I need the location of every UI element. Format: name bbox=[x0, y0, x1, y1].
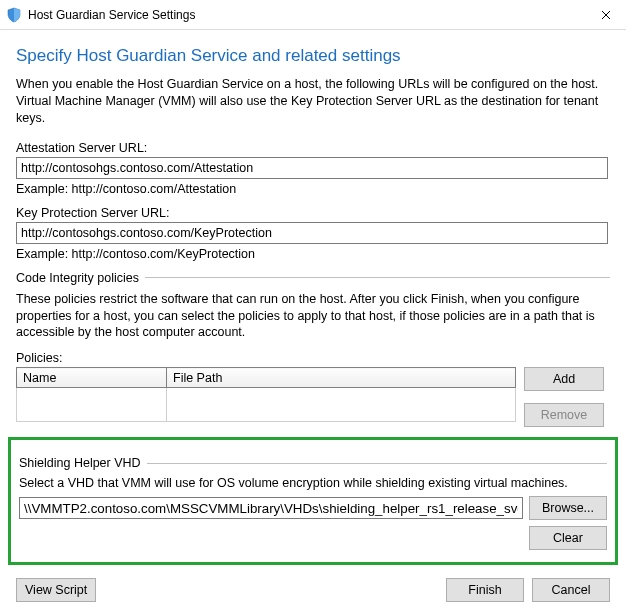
policies-label: Policies: bbox=[16, 351, 610, 365]
view-script-button[interactable]: View Script bbox=[16, 578, 96, 602]
finish-button[interactable]: Finish bbox=[446, 578, 524, 602]
shielding-vhd-input[interactable] bbox=[19, 497, 523, 519]
clear-button[interactable]: Clear bbox=[529, 526, 607, 550]
shielding-helper-section: Shielding Helper VHD Select a VHD that V… bbox=[8, 437, 618, 565]
attestation-url-example: Example: http://contoso.com/Attestation bbox=[16, 182, 610, 196]
keyprotection-url-example: Example: http://contoso.com/KeyProtectio… bbox=[16, 247, 610, 261]
shielding-description: Select a VHD that VMM will use for OS vo… bbox=[19, 476, 607, 490]
cancel-button[interactable]: Cancel bbox=[532, 578, 610, 602]
content-area: Specify Host Guardian Service and relate… bbox=[0, 30, 626, 573]
footer: View Script Finish Cancel bbox=[16, 578, 610, 602]
policies-col-name[interactable]: Name bbox=[17, 368, 167, 388]
close-button[interactable] bbox=[586, 0, 626, 30]
window-title: Host Guardian Service Settings bbox=[28, 8, 586, 22]
add-button[interactable]: Add bbox=[524, 367, 604, 391]
policies-table[interactable]: Name File Path bbox=[16, 367, 516, 422]
divider bbox=[145, 277, 610, 278]
shielding-header: Shielding Helper VHD bbox=[19, 456, 607, 470]
code-integrity-header: Code Integrity policies bbox=[16, 271, 610, 285]
attestation-url-label: Attestation Server URL: bbox=[16, 141, 610, 155]
shield-icon bbox=[6, 7, 22, 23]
keyprotection-url-input[interactable] bbox=[16, 222, 608, 244]
remove-button: Remove bbox=[524, 403, 604, 427]
intro-text: When you enable the Host Guardian Servic… bbox=[16, 76, 610, 127]
shielding-header-label: Shielding Helper VHD bbox=[19, 456, 141, 470]
table-row[interactable] bbox=[17, 388, 516, 422]
page-title: Specify Host Guardian Service and relate… bbox=[16, 46, 610, 66]
divider bbox=[147, 463, 607, 464]
code-integrity-label: Code Integrity policies bbox=[16, 271, 139, 285]
attestation-url-input[interactable] bbox=[16, 157, 608, 179]
browse-button[interactable]: Browse... bbox=[529, 496, 607, 520]
close-icon bbox=[601, 6, 611, 24]
titlebar: Host Guardian Service Settings bbox=[0, 0, 626, 30]
policies-col-filepath[interactable]: File Path bbox=[167, 368, 516, 388]
code-integrity-description: These policies restrict the software tha… bbox=[16, 291, 610, 342]
keyprotection-url-label: Key Protection Server URL: bbox=[16, 206, 610, 220]
